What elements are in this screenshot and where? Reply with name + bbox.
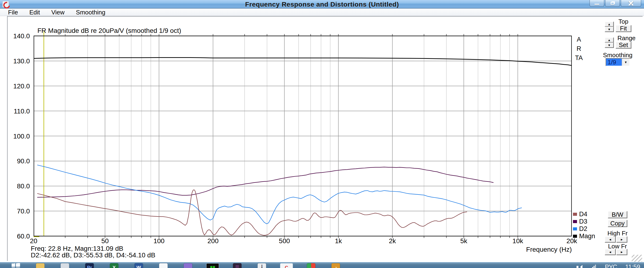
set-button[interactable]: Set [616,42,631,48]
premiere-icon: Pr [85,263,94,268]
taskbar-icons: PrXW▮▮▒╽C◔ [3,263,348,268]
media-player-icon [60,263,69,268]
legend-item-d3: D3 [573,218,595,225]
explorer-folder-icon [36,263,44,268]
impulse-response-icon[interactable]: ╽ [250,263,274,268]
minimize-button[interactable] [590,0,604,7]
top-up-button[interactable]: ▲ [605,21,614,27]
legend-label: Magn [579,233,595,240]
x-tick-label: 100 [154,237,164,245]
legend-item-d2: D2 [573,225,595,233]
legend-item-magn: Magn [573,233,595,240]
legend-label: D3 [579,218,588,225]
high-fr-left-button[interactable]: ◄ [605,236,616,243]
smoothing-label: Smoothing [602,51,633,59]
y-tick-label: 110.0 [6,108,30,115]
x-tick-label: 50 [101,237,109,245]
low-fr-right-button[interactable]: ► [616,249,627,255]
x-tick-label: 5k [460,237,467,245]
chrome-icon[interactable] [299,263,324,268]
series-d3 [38,167,493,197]
legend-label: D4 [579,211,588,218]
chart-legend: D4D3D2Magn [573,211,595,240]
close-icon [628,1,634,6]
legend-label: D2 [579,225,588,233]
windows-start-icon [12,263,20,268]
menu-item-smoothing[interactable]: Smoothing [70,9,111,16]
word-icon: W [134,263,143,268]
x-tick-label: 20 [30,237,37,245]
volume-icon[interactable] [576,265,583,268]
legend-item-d4: D4 [573,211,595,218]
top-label: Top [616,18,631,25]
close-button[interactable] [621,0,641,7]
y-tick-label: 130.0 [6,57,30,65]
minimize-icon [594,4,599,5]
smoothing-dropdown[interactable]: 1/9 ▼ [606,58,630,66]
legend-swatch [573,227,577,230]
range-up-button[interactable]: ▲ [605,37,614,42]
x-tick-label: 2k [389,237,396,245]
excel-icon: X [110,263,118,268]
arta-window: Frequency Response and Distortions (Unti… [0,0,644,268]
network-icon[interactable] [591,265,597,268]
window-title: Frequency Response and Distortions (Unti… [0,1,644,8]
smoothing-value: 1/9 [606,59,622,66]
legend-swatch [573,213,577,216]
menu-item-view[interactable]: View [46,9,70,16]
explorer-folder-icon[interactable] [28,263,52,268]
x-tick-label: 1k [335,237,342,245]
language-indicator[interactable]: РУС [605,263,617,268]
y-tick-label: 120.0 [6,83,30,90]
gold-browser-icon[interactable]: ◔ [324,263,348,268]
impulse-response-icon: ╽ [258,263,266,268]
x-axis-labels: 20501002005001k2k5k10k20k [34,237,572,245]
arta-watermark: ARTA [575,35,583,63]
violet-app-icon [184,263,192,268]
y-tick-label: 100.0 [6,133,30,140]
high-fr-right-button[interactable]: ► [616,236,627,243]
document-icon [159,263,168,268]
x-tick-label: 10k [512,237,523,245]
menu-item-edit[interactable]: Edit [24,9,46,16]
status-line-distortion: D2:-42.62 dB, D3:-55.53 dB, D4:-54.10 dB [31,252,155,259]
x-tick-label: 200 [208,237,218,245]
y-tick-label: 60.0 [6,233,30,240]
chevron-down-icon[interactable]: ▼ [622,59,629,66]
restore-button[interactable] [605,0,620,7]
spectrogram-icon[interactable]: ▒ [225,263,250,268]
y-axis-labels: 140.0130.0120.0110.0100.090.080.070.060.… [5,36,32,236]
copy-button[interactable]: Copy [608,220,627,227]
y-tick-label: 70.0 [6,208,30,215]
plot-canvas[interactable] [34,31,572,240]
violet-app-icon[interactable] [176,263,200,268]
clock[interactable]: 11:59 [625,263,640,268]
top-down-button[interactable]: ▼ [605,27,614,32]
series-d4 [38,190,467,235]
system-tray: РУС 11:59 [576,263,640,268]
excel-icon[interactable]: X [102,263,126,268]
taskbar: PrXW▮▮▒╽C◔ РУС 11:59 [0,262,644,268]
premiere-icon[interactable]: Pr [77,263,102,268]
menu-item-file[interactable]: File [2,9,24,16]
spectrogram-icon: ▒ [233,263,242,268]
legend-swatch [573,220,577,223]
resize-grip[interactable] [632,255,642,262]
y-tick-label: 140.0 [6,32,30,40]
y-tick-label: 90.0 [6,157,30,165]
word-icon[interactable]: W [126,263,151,268]
spectrum-analyzer-icon[interactable]: ▮▮ [200,263,225,268]
y-tick-label: 80.0 [6,182,30,190]
x-axis-title: Frequency (Hz) [497,246,572,253]
series-magn [34,58,572,65]
range-down-button[interactable]: ▼ [605,42,614,48]
legend-swatch [573,235,577,238]
low-fr-left-button[interactable]: ◄ [605,249,616,255]
range-label: Range [615,34,638,42]
bw-button[interactable]: B/W [608,211,627,218]
document-icon[interactable] [151,263,176,268]
media-player-icon[interactable] [52,263,77,268]
start-button[interactable] [3,263,28,268]
arta-app-icon[interactable]: C [274,263,299,268]
fit-button[interactable]: Fit [616,25,631,32]
